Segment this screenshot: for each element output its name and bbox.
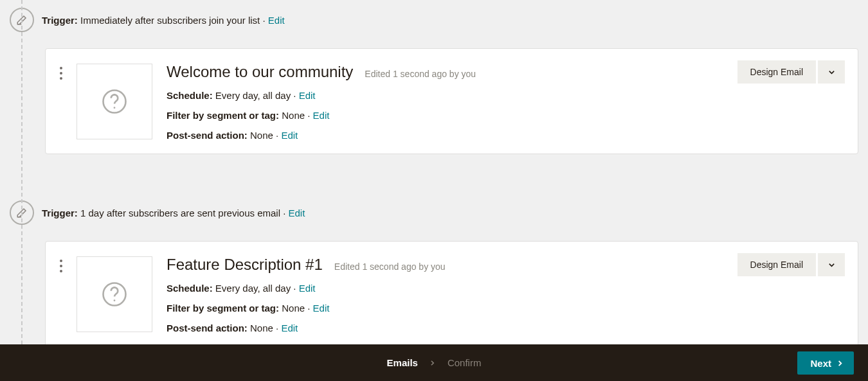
post-send-value: None: [250, 130, 273, 141]
schedule-value: Every day, all day: [215, 283, 291, 294]
schedule-edit-link[interactable]: Edit: [299, 90, 316, 101]
trigger-text: Trigger: 1 day after subscribers are sen…: [42, 208, 305, 218]
filter-edit-link[interactable]: Edit: [313, 303, 330, 314]
footer-step-emails[interactable]: Emails: [387, 357, 418, 368]
email-edited-meta: Edited 1 second ago by you: [365, 69, 476, 79]
trigger-value: 1 day after subscribers are sent previou…: [80, 208, 280, 218]
filter-edit-link[interactable]: Edit: [313, 110, 330, 121]
footer-bar: Emails Confirm Next: [0, 344, 868, 381]
post-send-edit-link[interactable]: Edit: [281, 323, 298, 333]
card-menu-button[interactable]: [60, 254, 62, 333]
chevron-down-icon: [828, 261, 835, 269]
svg-point-2: [104, 283, 126, 306]
email-thumbnail[interactable]: [77, 256, 152, 332]
schedule-value: Every day, all day: [215, 90, 291, 101]
svg-point-1: [114, 107, 116, 109]
schedule-label: Schedule:: [167, 90, 213, 101]
email-edited-meta: Edited 1 second ago by you: [334, 261, 446, 272]
post-send-value: None: [250, 323, 273, 333]
email-thumbnail[interactable]: [77, 64, 152, 139]
filter-value: None: [282, 110, 305, 121]
trigger-label: Trigger:: [42, 208, 78, 218]
chevron-down-icon: [828, 69, 835, 76]
post-send-edit-link[interactable]: Edit: [281, 130, 298, 141]
svg-point-0: [104, 91, 126, 113]
trigger-text: Trigger: Immediately after subscribers j…: [42, 15, 285, 26]
design-email-button[interactable]: Design Email: [737, 60, 816, 84]
design-email-dropdown[interactable]: [818, 253, 845, 276]
filter-value: None: [282, 303, 305, 314]
post-send-label: Post-send action:: [167, 130, 248, 141]
svg-point-3: [114, 299, 116, 301]
breadcrumb: Emails Confirm: [387, 357, 482, 368]
schedule-label: Schedule:: [167, 283, 213, 294]
chevron-right-icon: [836, 360, 844, 367]
design-email-dropdown[interactable]: [818, 60, 845, 84]
trigger-edit-link[interactable]: Edit: [289, 208, 305, 218]
question-icon: [101, 88, 128, 115]
card-menu-button[interactable]: [60, 62, 62, 141]
email-title: Feature Description #1: [167, 256, 323, 274]
trigger-label: Trigger:: [42, 15, 78, 26]
design-email-button[interactable]: Design Email: [737, 253, 816, 276]
timeline-line: [21, 0, 23, 344]
schedule-edit-link[interactable]: Edit: [299, 283, 316, 294]
question-icon: [101, 281, 128, 308]
email-title: Welcome to our community: [167, 63, 353, 81]
trigger-edit-link[interactable]: Edit: [268, 15, 285, 26]
post-send-label: Post-send action:: [167, 323, 248, 333]
chevron-right-icon: [429, 360, 436, 366]
filter-label: Filter by segment or tag:: [167, 110, 279, 121]
footer-step-confirm[interactable]: Confirm: [448, 357, 482, 368]
email-card: Feature Description #1 Edited 1 second a…: [45, 241, 858, 344]
email-card: Welcome to our community Edited 1 second…: [45, 48, 858, 154]
filter-label: Filter by segment or tag:: [167, 303, 279, 314]
trigger-value: Immediately after subscribers join your …: [80, 15, 260, 26]
next-button-label: Next: [810, 358, 831, 369]
next-button[interactable]: Next: [797, 351, 854, 375]
